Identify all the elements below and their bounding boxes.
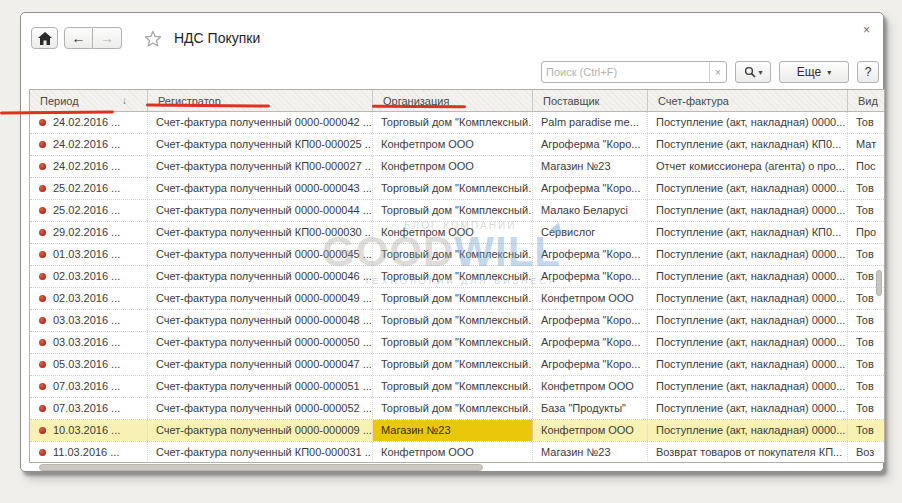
vertical-scrollbar-thumb[interactable] (876, 270, 882, 296)
cell-registrar[interactable]: Счет-фактура полученный КП00-000025 ... (148, 134, 373, 155)
table-row[interactable]: 07.03.2016 ...Счет-фактура полученный 00… (30, 398, 884, 420)
cell-period[interactable]: 03.03.2016 ... (30, 332, 148, 353)
table-row[interactable]: 07.03.2016 ...Счет-фактура полученный 00… (30, 376, 884, 398)
cell-period[interactable]: 24.02.2016 ... (30, 134, 148, 155)
search-clear-icon[interactable]: × (709, 62, 726, 82)
cell-period[interactable]: 29.02.2016 ... (30, 222, 148, 243)
horizontal-scrollbar[interactable] (29, 464, 885, 472)
table-row[interactable]: 25.02.2016 ...Счет-фактура полученный 00… (30, 200, 884, 222)
table-row[interactable]: 02.03.2016 ...Счет-фактура полученный 00… (30, 266, 884, 288)
table-row[interactable]: 02.03.2016 ...Счет-фактура полученный 00… (30, 288, 884, 310)
cell-invoice[interactable]: Поступление (акт, накладная) 0000... (648, 420, 848, 441)
cell-registrar[interactable]: Счет-фактура полученный 0000-000049 ... (148, 288, 373, 309)
table-row[interactable]: 05.03.2016 ...Счет-фактура полученный 00… (30, 354, 884, 376)
cell-organization[interactable]: Торговый дом "Комплексный... (373, 376, 533, 397)
cell-invoice[interactable]: Отчет комиссионера (агента) о про... (648, 156, 848, 177)
cell-supplier[interactable]: Агроферма "Коро... (533, 178, 648, 199)
cell-supplier[interactable]: Магазин №23 (533, 156, 648, 177)
cell-period[interactable]: 25.02.2016 ... (30, 200, 148, 221)
cell-supplier[interactable]: Конфетпром ООО (533, 288, 648, 309)
table-row[interactable]: 03.03.2016 ...Счет-фактура полученный 00… (30, 310, 884, 332)
cell-kind[interactable]: Тов (848, 420, 884, 441)
cell-kind[interactable]: Про (848, 222, 884, 243)
table-row[interactable]: 24.02.2016 ...Счет-фактура полученный КП… (30, 156, 884, 178)
cell-invoice[interactable]: Поступление (акт, накладная) 0000... (648, 266, 848, 287)
cell-invoice[interactable]: Поступление (акт, накладная) 0000... (648, 112, 848, 133)
table-row[interactable]: 03.03.2016 ...Счет-фактура полученный 00… (30, 332, 884, 354)
cell-registrar[interactable]: Счет-фактура полученный 0000-000045 ... (148, 244, 373, 265)
cell-supplier[interactable]: Palm paradise me... (533, 112, 648, 133)
cell-kind[interactable]: Мат (848, 134, 884, 155)
cell-organization[interactable]: Торговый дом "Комплексный... (373, 200, 533, 221)
cell-registrar[interactable]: Счет-фактура полученный КП00-000030 ... (148, 222, 373, 243)
cell-organization[interactable]: Торговый дом "Комплексный... (373, 244, 533, 265)
table-row[interactable]: 24.02.2016 ...Счет-фактура полученный 00… (30, 112, 884, 134)
cell-organization[interactable]: Конфетпром ООО (373, 442, 533, 463)
cell-invoice[interactable]: Поступление (акт, накладная) КП0... (648, 222, 848, 243)
cell-supplier[interactable]: Агроферма "Коро... (533, 354, 648, 375)
cell-invoice[interactable]: Поступление (акт, накладная) 0000... (648, 310, 848, 331)
cell-supplier[interactable]: Агроферма "Коро... (533, 266, 648, 287)
cell-invoice[interactable]: Поступление (акт, накладная) 0000... (648, 376, 848, 397)
cell-invoice[interactable]: Поступление (акт, накладная) 0000... (648, 332, 848, 353)
cell-kind[interactable]: Тов (848, 244, 884, 265)
cell-organization[interactable]: Торговый дом "Комплексный... (373, 310, 533, 331)
cell-supplier[interactable]: Малако Беларусі (533, 200, 648, 221)
column-header-kind[interactable]: Вид (848, 90, 884, 111)
cell-period[interactable]: 01.03.2016 ... (30, 244, 148, 265)
table-row[interactable]: 01.03.2016 ...Счет-фактура полученный 00… (30, 244, 884, 266)
close-icon[interactable]: × (863, 24, 870, 36)
cell-invoice[interactable]: Поступление (акт, накладная) 0000... (648, 288, 848, 309)
cell-period[interactable]: 03.03.2016 ... (30, 310, 148, 331)
cell-kind[interactable]: Пос (848, 156, 884, 177)
cell-organization[interactable]: Торговый дом "Комплексный... (373, 112, 533, 133)
cell-kind[interactable]: Тов (848, 310, 884, 331)
cell-supplier[interactable]: База "Продукты" (533, 398, 648, 419)
help-button[interactable]: ? (857, 61, 879, 83)
cell-period[interactable]: 05.03.2016 ... (30, 354, 148, 375)
cell-period[interactable]: 11.03.2016 ... (30, 442, 148, 463)
cell-registrar[interactable]: Счет-фактура полученный 0000-000044 ... (148, 200, 373, 221)
cell-period[interactable]: 07.03.2016 ... (30, 376, 148, 397)
cell-invoice[interactable]: Поступление (акт, накладная) 0000... (648, 244, 848, 265)
back-button[interactable]: ← (64, 27, 93, 49)
cell-invoice[interactable]: Поступление (акт, накладная) 0000... (648, 354, 848, 375)
cell-registrar[interactable]: Счет-фактура полученный 0000-000046 ... (148, 266, 373, 287)
cell-supplier[interactable]: Агроферма "Коро... (533, 332, 648, 353)
cell-organization[interactable]: Торговый дом "Комплексный... (373, 398, 533, 419)
home-button[interactable] (31, 27, 58, 49)
cell-organization[interactable]: Торговый дом "Комплексный... (373, 178, 533, 199)
cell-invoice[interactable]: Поступление (акт, накладная) 0000... (648, 200, 848, 221)
table-row[interactable]: 25.02.2016 ...Счет-фактура полученный 00… (30, 178, 884, 200)
column-header-period[interactable]: Период ↓ (30, 90, 148, 111)
cell-period[interactable]: 24.02.2016 ... (30, 112, 148, 133)
cell-registrar[interactable]: Счет-фактура полученный 0000-000050 ... (148, 332, 373, 353)
cell-invoice[interactable]: Возврат товаров от покупателя КП... (648, 442, 848, 463)
cell-registrar[interactable]: Счет-фактура полученный 0000-000048 ... (148, 310, 373, 331)
search-options-button[interactable]: ▾ (735, 61, 771, 83)
cell-registrar[interactable]: Счет-фактура полученный КП00-000027 ... (148, 156, 373, 177)
cell-organization[interactable]: Конфетпром ООО (373, 222, 533, 243)
cell-kind[interactable]: Тов (848, 354, 884, 375)
cell-invoice[interactable]: Поступление (акт, накладная) КП0... (648, 134, 848, 155)
cell-organization[interactable]: Конфетпром ООО (373, 134, 533, 155)
cell-registrar[interactable]: Счет-фактура полученный 0000-000043 ... (148, 178, 373, 199)
cell-supplier[interactable]: Агроферма "Коро... (533, 310, 648, 331)
cell-registrar[interactable]: Счет-фактура полученный 0000-000052 ... (148, 398, 373, 419)
cell-organization[interactable]: Торговый дом "Комплексный... (373, 266, 533, 287)
cell-registrar[interactable]: Счет-фактура полученный 0000-000051 ... (148, 376, 373, 397)
cell-kind[interactable]: Тов (848, 178, 884, 199)
cell-supplier[interactable]: Конфетпром ООО (533, 376, 648, 397)
cell-kind[interactable]: Тов (848, 398, 884, 419)
table-row[interactable]: 10.03.2016 ...Счет-фактура полученный 00… (30, 420, 884, 442)
cell-kind[interactable]: Тов (848, 376, 884, 397)
cell-supplier[interactable]: Сервислог (533, 222, 648, 243)
cell-kind[interactable]: Воз (848, 442, 884, 463)
cell-registrar[interactable]: Счет-фактура полученный КП00-000031 ... (148, 442, 373, 463)
column-header-supplier[interactable]: Поставщик (533, 90, 648, 111)
cell-period[interactable]: 02.03.2016 ... (30, 288, 148, 309)
cell-registrar[interactable]: Счет-фактура полученный 0000-000042 ... (148, 112, 373, 133)
table-row[interactable]: 11.03.2016 ...Счет-фактура полученный КП… (30, 442, 884, 463)
cell-supplier[interactable]: Магазин №23 (533, 442, 648, 463)
cell-organization[interactable]: Торговый дом "Комплексный... (373, 332, 533, 353)
